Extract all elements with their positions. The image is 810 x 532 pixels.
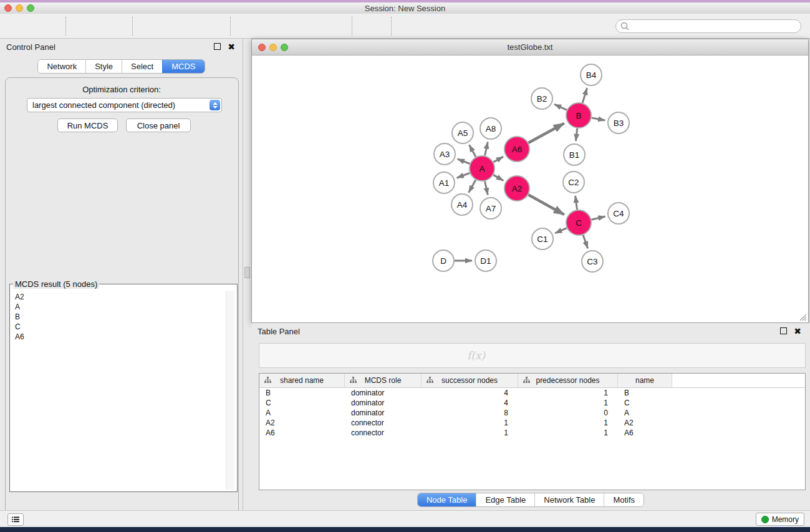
graph-node-C[interactable]: C xyxy=(566,210,591,235)
mcds-result-list[interactable]: A2ABCA6 xyxy=(15,292,24,342)
float-panel-icon[interactable] xyxy=(214,43,221,50)
memory-button[interactable]: Memory xyxy=(756,513,804,526)
graph-edge-A-A4[interactable] xyxy=(469,180,476,192)
graph-edge-A-A3[interactable] xyxy=(458,159,470,164)
result-item[interactable]: A xyxy=(15,302,24,312)
graph-node-B3[interactable]: B3 xyxy=(608,112,629,133)
tab-node-table[interactable]: Node Table xyxy=(418,493,476,506)
graph-node-B[interactable]: B xyxy=(566,103,591,128)
graph-edge-A2-C[interactable] xyxy=(528,195,564,215)
window-resize-grip[interactable] xyxy=(799,313,807,321)
home-button[interactable] xyxy=(429,16,450,37)
zoom-fit-button[interactable] xyxy=(296,16,314,37)
graph-node-C1[interactable]: C1 xyxy=(532,228,553,249)
tab-motifs[interactable]: Motifs xyxy=(604,493,644,506)
duplicate-network-button[interactable] xyxy=(402,16,420,37)
node-table[interactable]: shared nameMCDS rolesuccessor nodesprede… xyxy=(259,373,806,490)
zoom-selected-button[interactable] xyxy=(323,16,342,37)
zoom-in-button[interactable] xyxy=(241,16,259,37)
import-table-button[interactable] xyxy=(104,16,122,37)
split-columns-button[interactable] xyxy=(295,349,309,362)
graph-node-D[interactable]: D xyxy=(433,250,454,271)
graph-edge-C-C4[interactable] xyxy=(591,216,605,220)
column-header-predecessor-nodes[interactable]: predecessor nodes xyxy=(518,374,618,387)
result-item[interactable]: C xyxy=(15,322,24,332)
add-column-button[interactable] xyxy=(384,349,397,362)
graph-node-B1[interactable]: B1 xyxy=(564,144,585,165)
graph-edge-A-A2[interactable] xyxy=(493,175,503,180)
column-header-MCDS-role[interactable]: MCDS role xyxy=(345,374,422,387)
deselect-all-button[interactable] xyxy=(354,352,370,359)
column-header-shared-name[interactable]: shared name xyxy=(259,374,345,387)
tab-select[interactable]: Select xyxy=(122,60,162,73)
tab-edge-table[interactable]: Edge Table xyxy=(476,493,534,506)
panel-list-button[interactable] xyxy=(7,513,24,526)
table-row[interactable]: Cdominator41C xyxy=(259,398,805,408)
graph-edge-B-B3[interactable] xyxy=(592,118,605,120)
table-row[interactable]: A2connector11A2 xyxy=(259,418,805,428)
column-header-name[interactable]: name xyxy=(618,374,672,387)
close-panel-icon[interactable]: ✖ xyxy=(228,44,235,50)
graph-node-A6[interactable]: A6 xyxy=(504,137,529,162)
graph-node-A8[interactable]: A8 xyxy=(480,118,501,139)
import-network-button[interactable] xyxy=(76,16,95,37)
graph-node-C4[interactable]: C4 xyxy=(608,203,629,224)
graph-edge-B-B4[interactable] xyxy=(582,88,587,103)
result-item[interactable]: A6 xyxy=(15,332,24,342)
table-row[interactable]: Adominator80A xyxy=(259,408,805,418)
tab-network-table[interactable]: Network Table xyxy=(534,493,604,506)
tab-style[interactable]: Style xyxy=(85,60,122,73)
run-mcds-button[interactable]: Run MCDS xyxy=(57,118,118,132)
save-session-button[interactable] xyxy=(38,16,55,37)
graph-edge-B-B2[interactable] xyxy=(554,104,567,110)
result-item[interactable]: B xyxy=(15,312,24,322)
graph-edge-C-C1[interactable] xyxy=(555,228,567,233)
eye-button[interactable] xyxy=(488,16,509,37)
result-item[interactable]: A2 xyxy=(15,292,24,302)
network-canvas[interactable]: AA1A2A3A4A5A6A7A8BB1B2B3B4CC1C2C3C4DD1 xyxy=(252,56,808,322)
tab-network[interactable]: Network xyxy=(38,60,85,73)
graph-node-C3[interactable]: C3 xyxy=(582,251,603,272)
graph-edge-B-B1[interactable] xyxy=(576,128,577,141)
result-scrollbar[interactable] xyxy=(226,291,234,490)
graph-node-B4[interactable]: B4 xyxy=(581,64,602,85)
graph-edge-A-A6[interactable] xyxy=(493,157,503,162)
graph-edge-A6-B[interactable] xyxy=(528,123,564,143)
table-row[interactable]: Bdominator41B xyxy=(259,388,805,398)
export-table-button[interactable] xyxy=(171,16,191,37)
graph-node-A1[interactable]: A1 xyxy=(433,172,455,193)
zoom-out-button[interactable] xyxy=(268,16,287,37)
graph-edge-A-A1[interactable] xyxy=(457,173,470,178)
graph-node-A4[interactable]: A4 xyxy=(451,194,473,215)
export-image-button[interactable] xyxy=(200,16,220,37)
open-folder-button[interactable] xyxy=(11,16,29,37)
vertical-splitter-grip[interactable] xyxy=(244,267,250,278)
graph-node-C2[interactable]: C2 xyxy=(563,172,584,193)
graph-edge-A-A8[interactable] xyxy=(485,142,488,155)
graph-node-A3[interactable]: A3 xyxy=(434,143,455,165)
app-titlebar[interactable]: Session: New Session xyxy=(0,2,810,14)
graph-edge-A-A7[interactable] xyxy=(485,181,488,195)
select-all-button[interactable] xyxy=(323,352,339,359)
close-panel-icon[interactable]: ✖ xyxy=(794,328,801,334)
table-row[interactable]: A6connector11A6 xyxy=(259,428,805,438)
graph-edge-C-C2[interactable] xyxy=(576,196,577,210)
criterion-dropdown[interactable]: largest connected component (directed) xyxy=(27,98,222,112)
graphics-details-button[interactable] xyxy=(459,16,479,37)
graph-node-D1[interactable]: D1 xyxy=(475,250,496,271)
graph-node-B2[interactable]: B2 xyxy=(531,88,552,109)
delete-column-button[interactable] xyxy=(411,349,423,362)
graph-edge-C-C3[interactable] xyxy=(583,235,588,248)
graph-node-A5[interactable]: A5 xyxy=(452,122,473,143)
table-settings-button[interactable] xyxy=(268,349,281,362)
graph-edge-A-A5[interactable] xyxy=(470,145,476,157)
graph-node-A7[interactable]: A7 xyxy=(480,198,501,219)
tab-mcds[interactable]: MCDS xyxy=(162,60,204,73)
graph-node-A2[interactable]: A2 xyxy=(504,176,529,201)
column-header-successor-nodes[interactable]: successor nodes xyxy=(422,374,518,387)
refresh-layout-button[interactable] xyxy=(362,16,381,37)
search-input[interactable] xyxy=(615,19,801,33)
close-panel-button[interactable]: Close panel xyxy=(126,118,191,132)
export-network-button[interactable] xyxy=(143,16,163,37)
float-panel-icon[interactable] xyxy=(780,327,787,334)
